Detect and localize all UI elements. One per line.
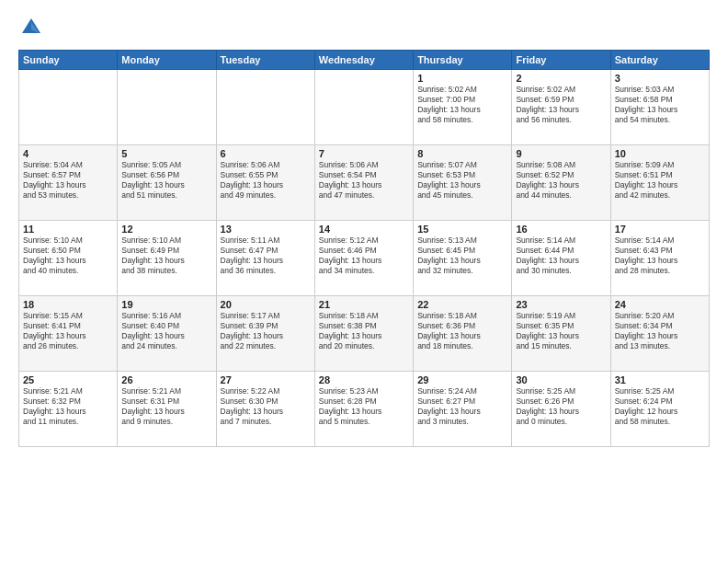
day-info: Sunrise: 5:14 AM Sunset: 6:43 PM Dayligh… xyxy=(615,236,705,276)
day-info: Sunrise: 5:06 AM Sunset: 6:55 PM Dayligh… xyxy=(221,160,311,201)
day-number: 3 xyxy=(615,73,705,84)
calendar-cell: 12Sunrise: 5:10 AM Sunset: 6:49 PM Dayli… xyxy=(118,221,216,296)
calendar-cell: 16Sunrise: 5:14 AM Sunset: 6:44 PM Dayli… xyxy=(512,221,610,296)
calendar-cell: 25Sunrise: 5:21 AM Sunset: 6:32 PM Dayli… xyxy=(19,372,118,447)
calendar-cell: 26Sunrise: 5:21 AM Sunset: 6:31 PM Dayli… xyxy=(118,372,216,447)
day-number: 21 xyxy=(319,299,409,310)
calendar-cell: 24Sunrise: 5:20 AM Sunset: 6:34 PM Dayli… xyxy=(610,296,709,372)
day-number: 8 xyxy=(417,148,507,159)
day-info: Sunrise: 5:04 AM Sunset: 6:57 PM Dayligh… xyxy=(23,160,113,201)
day-info: Sunrise: 5:08 AM Sunset: 6:52 PM Dayligh… xyxy=(516,160,606,201)
day-number: 15 xyxy=(417,224,507,235)
day-info: Sunrise: 5:18 AM Sunset: 6:38 PM Dayligh… xyxy=(319,311,409,351)
day-info: Sunrise: 5:09 AM Sunset: 6:51 PM Dayligh… xyxy=(615,160,705,201)
calendar-cell: 13Sunrise: 5:11 AM Sunset: 6:47 PM Dayli… xyxy=(216,221,314,296)
day-number: 2 xyxy=(516,73,606,84)
day-number: 26 xyxy=(121,374,211,385)
day-number: 28 xyxy=(319,374,409,385)
calendar-cell: 19Sunrise: 5:16 AM Sunset: 6:40 PM Dayli… xyxy=(118,296,216,372)
day-number: 17 xyxy=(615,224,705,235)
calendar-cell: 10Sunrise: 5:09 AM Sunset: 6:51 PM Dayli… xyxy=(610,145,709,221)
calendar-header: SundayMondayTuesdayWednesdayThursdayFrid… xyxy=(19,51,710,70)
day-number: 1 xyxy=(417,73,507,84)
weekday-row: SundayMondayTuesdayWednesdayThursdayFrid… xyxy=(19,51,710,70)
day-number: 10 xyxy=(615,148,705,159)
day-number: 22 xyxy=(417,299,507,310)
day-info: Sunrise: 5:03 AM Sunset: 6:58 PM Dayligh… xyxy=(615,85,705,125)
day-number: 29 xyxy=(417,374,507,385)
day-number: 9 xyxy=(516,148,606,159)
day-info: Sunrise: 5:25 AM Sunset: 6:24 PM Dayligh… xyxy=(615,386,705,427)
day-info: Sunrise: 5:21 AM Sunset: 6:32 PM Dayligh… xyxy=(23,386,113,427)
day-info: Sunrise: 5:22 AM Sunset: 6:30 PM Dayligh… xyxy=(221,386,311,427)
logo xyxy=(18,15,48,40)
weekday-header-wednesday: Wednesday xyxy=(314,51,413,70)
calendar-cell: 1Sunrise: 5:02 AM Sunset: 7:00 PM Daylig… xyxy=(414,70,512,145)
day-number: 14 xyxy=(319,224,409,235)
calendar-cell: 11Sunrise: 5:10 AM Sunset: 6:50 PM Dayli… xyxy=(19,221,118,296)
day-number: 13 xyxy=(221,224,311,235)
day-info: Sunrise: 5:25 AM Sunset: 6:26 PM Dayligh… xyxy=(516,386,606,427)
day-number: 23 xyxy=(516,299,606,310)
calendar-cell: 17Sunrise: 5:14 AM Sunset: 6:43 PM Dayli… xyxy=(610,221,709,296)
calendar-cell: 9Sunrise: 5:08 AM Sunset: 6:52 PM Daylig… xyxy=(512,145,610,221)
day-number: 7 xyxy=(319,148,409,159)
day-info: Sunrise: 5:20 AM Sunset: 6:34 PM Dayligh… xyxy=(615,311,705,351)
calendar-cell xyxy=(314,70,413,145)
day-number: 27 xyxy=(221,374,311,385)
day-number: 20 xyxy=(221,299,311,310)
calendar-cell xyxy=(19,70,118,145)
day-number: 25 xyxy=(23,374,113,385)
day-number: 4 xyxy=(23,148,113,159)
page: SundayMondayTuesdayWednesdayThursdayFrid… xyxy=(0,0,728,563)
calendar-cell: 29Sunrise: 5:24 AM Sunset: 6:27 PM Dayli… xyxy=(414,372,512,447)
day-info: Sunrise: 5:11 AM Sunset: 6:47 PM Dayligh… xyxy=(221,236,311,276)
day-number: 12 xyxy=(121,224,211,235)
day-info: Sunrise: 5:13 AM Sunset: 6:45 PM Dayligh… xyxy=(417,236,507,276)
day-info: Sunrise: 5:10 AM Sunset: 6:49 PM Dayligh… xyxy=(121,236,211,276)
day-number: 19 xyxy=(121,299,211,310)
day-number: 30 xyxy=(516,374,606,385)
calendar-cell: 27Sunrise: 5:22 AM Sunset: 6:30 PM Dayli… xyxy=(216,372,314,447)
day-info: Sunrise: 5:18 AM Sunset: 6:36 PM Dayligh… xyxy=(417,311,507,351)
week-row-2: 4Sunrise: 5:04 AM Sunset: 6:57 PM Daylig… xyxy=(19,145,710,221)
day-info: Sunrise: 5:05 AM Sunset: 6:56 PM Dayligh… xyxy=(121,160,211,201)
calendar-cell: 23Sunrise: 5:19 AM Sunset: 6:35 PM Dayli… xyxy=(512,296,610,372)
day-info: Sunrise: 5:17 AM Sunset: 6:39 PM Dayligh… xyxy=(221,311,311,351)
day-info: Sunrise: 5:23 AM Sunset: 6:28 PM Dayligh… xyxy=(319,386,409,427)
day-info: Sunrise: 5:16 AM Sunset: 6:40 PM Dayligh… xyxy=(121,311,211,351)
day-info: Sunrise: 5:02 AM Sunset: 6:59 PM Dayligh… xyxy=(516,85,606,125)
day-number: 11 xyxy=(23,224,113,235)
day-info: Sunrise: 5:10 AM Sunset: 6:50 PM Dayligh… xyxy=(23,236,113,276)
calendar-body: 1Sunrise: 5:02 AM Sunset: 7:00 PM Daylig… xyxy=(19,70,710,447)
week-row-1: 1Sunrise: 5:02 AM Sunset: 7:00 PM Daylig… xyxy=(19,70,710,145)
calendar-cell xyxy=(216,70,314,145)
calendar-cell: 20Sunrise: 5:17 AM Sunset: 6:39 PM Dayli… xyxy=(216,296,314,372)
weekday-header-sunday: Sunday xyxy=(19,51,118,70)
weekday-header-monday: Monday xyxy=(118,51,216,70)
calendar-cell: 31Sunrise: 5:25 AM Sunset: 6:24 PM Dayli… xyxy=(610,372,709,447)
calendar-cell: 14Sunrise: 5:12 AM Sunset: 6:46 PM Dayli… xyxy=(314,221,413,296)
day-info: Sunrise: 5:24 AM Sunset: 6:27 PM Dayligh… xyxy=(417,386,507,427)
day-info: Sunrise: 5:21 AM Sunset: 6:31 PM Dayligh… xyxy=(121,386,211,427)
day-info: Sunrise: 5:07 AM Sunset: 6:53 PM Dayligh… xyxy=(417,160,507,201)
calendar-cell: 2Sunrise: 5:02 AM Sunset: 6:59 PM Daylig… xyxy=(512,70,610,145)
calendar-cell: 21Sunrise: 5:18 AM Sunset: 6:38 PM Dayli… xyxy=(314,296,413,372)
calendar-cell: 6Sunrise: 5:06 AM Sunset: 6:55 PM Daylig… xyxy=(216,145,314,221)
calendar-cell: 3Sunrise: 5:03 AM Sunset: 6:58 PM Daylig… xyxy=(610,70,709,145)
calendar-cell: 22Sunrise: 5:18 AM Sunset: 6:36 PM Dayli… xyxy=(414,296,512,372)
day-info: Sunrise: 5:02 AM Sunset: 7:00 PM Dayligh… xyxy=(417,85,507,125)
day-number: 24 xyxy=(615,299,705,310)
weekday-header-tuesday: Tuesday xyxy=(216,51,314,70)
weekday-header-saturday: Saturday xyxy=(610,51,709,70)
logo-icon xyxy=(18,15,44,40)
week-row-4: 18Sunrise: 5:15 AM Sunset: 6:41 PM Dayli… xyxy=(19,296,710,372)
day-number: 18 xyxy=(23,299,113,310)
week-row-5: 25Sunrise: 5:21 AM Sunset: 6:32 PM Dayli… xyxy=(19,372,710,447)
day-number: 5 xyxy=(121,148,211,159)
day-info: Sunrise: 5:14 AM Sunset: 6:44 PM Dayligh… xyxy=(516,236,606,276)
day-info: Sunrise: 5:15 AM Sunset: 6:41 PM Dayligh… xyxy=(23,311,113,351)
calendar-cell: 8Sunrise: 5:07 AM Sunset: 6:53 PM Daylig… xyxy=(414,145,512,221)
calendar: SundayMondayTuesdayWednesdayThursdayFrid… xyxy=(18,50,710,447)
day-number: 6 xyxy=(221,148,311,159)
